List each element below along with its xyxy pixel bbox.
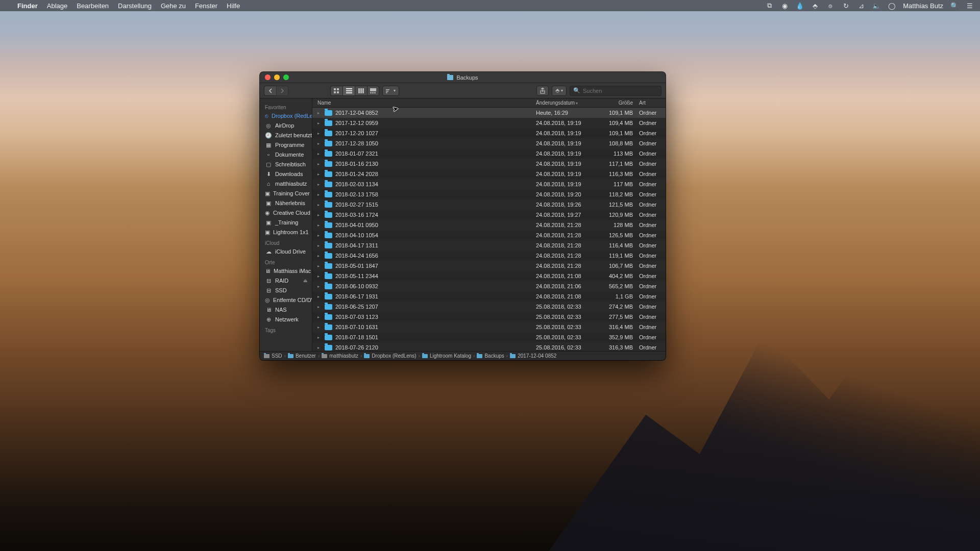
- col-date[interactable]: Änderungsdatum: [533, 100, 599, 106]
- path-segment[interactable]: 2017-12-04 0852: [510, 353, 556, 359]
- disclosure-triangle-icon[interactable]: ▸: [317, 305, 322, 309]
- arrange-button[interactable]: ▾: [382, 86, 399, 96]
- table-row[interactable]: ▸2018-07-26 212025.08.2016, 02:33316,3 M…: [312, 342, 666, 351]
- table-row[interactable]: ▸2018-04-01 095024.08.2018, 21:28128 MBO…: [312, 220, 666, 230]
- table-row[interactable]: ▸2018-07-10 163125.08.2018, 02:33316,4 M…: [312, 322, 666, 332]
- status-drop-icon[interactable]: 💧: [796, 2, 804, 10]
- disclosure-triangle-icon[interactable]: ▸: [317, 284, 322, 289]
- disclosure-triangle-icon[interactable]: ▸: [317, 162, 322, 166]
- view-columns-button[interactable]: [355, 86, 367, 96]
- col-name[interactable]: Name: [312, 100, 519, 106]
- sidebar-item[interactable]: ⊟SSD: [260, 286, 312, 295]
- disclosure-triangle-icon[interactable]: ▸: [317, 223, 322, 228]
- sidebar-item[interactable]: ▦Programme: [260, 140, 312, 150]
- status-user-name[interactable]: Matthias Butz: [903, 2, 943, 10]
- disclosure-triangle-icon[interactable]: ▸: [317, 294, 322, 299]
- table-row[interactable]: ▸2018-04-24 165624.08.2018, 21:28119,1 M…: [312, 251, 666, 261]
- table-row[interactable]: ▸2018-04-17 131124.08.2018, 21:28116,4 M…: [312, 240, 666, 251]
- view-icons-button[interactable]: [330, 86, 342, 96]
- disclosure-triangle-icon[interactable]: ▸: [317, 243, 322, 248]
- disclosure-triangle-icon[interactable]: ▸: [317, 325, 322, 330]
- table-row[interactable]: ▸2018-06-10 093224.08.2018, 21:06565,2 M…: [312, 281, 666, 291]
- sidebar-item[interactable]: ⬇Downloads: [260, 169, 312, 179]
- sidebar-item[interactable]: ⌂matthiasbutz: [260, 179, 312, 189]
- menu-window[interactable]: Fenster: [195, 2, 217, 10]
- eject-icon[interactable]: ⏏: [303, 277, 308, 285]
- nav-forward-button[interactable]: [276, 86, 288, 96]
- sidebar-item[interactable]: ▣Lightroom 1x1: [260, 228, 312, 237]
- table-row[interactable]: ▸2018-02-13 175824.08.2018, 19:20118,2 M…: [312, 189, 666, 199]
- status-spotlight-icon[interactable]: 🔍: [950, 2, 959, 10]
- status-droplet-icon[interactable]: ◉: [780, 2, 789, 10]
- disclosure-triangle-icon[interactable]: ▸: [317, 264, 322, 268]
- sidebar-item[interactable]: ◉Creative Cloud Files: [260, 208, 312, 218]
- table-row[interactable]: ▸2017-12-12 095924.08.2018, 19:19109,4 M…: [312, 118, 666, 128]
- disclosure-triangle-icon[interactable]: ▸: [317, 345, 322, 350]
- minimize-button[interactable]: [274, 74, 280, 80]
- menu-file[interactable]: Ablage: [47, 2, 67, 10]
- table-row[interactable]: ▸2018-06-25 120725.08.2018, 02:33274,2 M…: [312, 302, 666, 312]
- menu-help[interactable]: Hilfe: [227, 2, 240, 10]
- share-button[interactable]: [536, 86, 549, 96]
- table-row[interactable]: ▸2017-12-28 105024.08.2018, 19:19108,8 M…: [312, 138, 666, 148]
- path-segment[interactable]: Benutzer: [288, 353, 316, 359]
- status-timemachine-icon[interactable]: ↻: [842, 2, 850, 10]
- menu-go[interactable]: Gehe zu: [161, 2, 186, 10]
- table-row[interactable]: ▸2017-12-20 102724.08.2018, 19:19109,1 M…: [312, 128, 666, 138]
- disclosure-triangle-icon[interactable]: ▸: [317, 254, 322, 258]
- col-kind[interactable]: Art: [636, 100, 666, 106]
- status-sound-icon[interactable]: 🔈: [872, 2, 880, 10]
- sidebar-item[interactable]: 🕘Zuletzt benutzt: [260, 131, 312, 140]
- disclosure-triangle-icon[interactable]: ▸: [317, 274, 322, 279]
- table-row[interactable]: ▸2018-01-07 232124.08.2018, 19:19113 MBO…: [312, 148, 666, 159]
- table-row[interactable]: ▸2018-02-03 113424.08.2018, 19:19117 MBO…: [312, 179, 666, 189]
- status-wifi-icon[interactable]: ⊿: [857, 2, 865, 10]
- sidebar-item[interactable]: ◎Entfernte CD/DVD: [260, 295, 312, 305]
- search-field[interactable]: 🔍: [570, 86, 662, 96]
- disclosure-triangle-icon[interactable]: ▸: [317, 111, 322, 115]
- path-segment[interactable]: Backups: [477, 353, 504, 359]
- status-screen-icon[interactable]: ⧉: [765, 2, 773, 10]
- path-segment[interactable]: SSD: [264, 353, 282, 359]
- disclosure-triangle-icon[interactable]: ▸: [317, 203, 322, 207]
- view-list-button[interactable]: [342, 86, 355, 96]
- status-notifications-icon[interactable]: ☰: [966, 2, 974, 10]
- table-row[interactable]: ▸2018-01-16 213024.08.2018, 19:19117,1 M…: [312, 159, 666, 169]
- status-cc-icon[interactable]: ⌾: [826, 2, 835, 10]
- disclosure-triangle-icon[interactable]: ▸: [317, 192, 322, 197]
- sidebar-item[interactable]: ◎AirDrop: [260, 121, 312, 131]
- disclosure-triangle-icon[interactable]: ▸: [317, 213, 322, 217]
- sidebar-item[interactable]: ▣_Training: [260, 218, 312, 228]
- path-segment[interactable]: Lightroom Katalog: [422, 353, 471, 359]
- disclosure-triangle-icon[interactable]: ▸: [317, 152, 322, 156]
- sidebar-item[interactable]: ⊟RAID⏏: [260, 276, 312, 286]
- sidebar-item[interactable]: ⊕Netzwerk: [260, 315, 312, 324]
- dropbox-button[interactable]: ⬘▾: [552, 86, 567, 96]
- titlebar[interactable]: Backups: [260, 72, 666, 83]
- table-row[interactable]: ▸2018-03-16 172424.08.2018, 19:27120,9 M…: [312, 210, 666, 220]
- disclosure-triangle-icon[interactable]: ▸: [317, 335, 322, 340]
- path-segment[interactable]: matthiasbutz: [322, 353, 358, 359]
- col-size[interactable]: Größe: [599, 100, 636, 106]
- table-row[interactable]: ▸2018-02-27 151524.08.2018, 19:26121,5 M…: [312, 199, 666, 210]
- view-gallery-button[interactable]: [367, 86, 379, 96]
- disclosure-triangle-icon[interactable]: ▸: [317, 315, 322, 319]
- menu-view[interactable]: Darstellung: [118, 2, 152, 10]
- sidebar-item[interactable]: ▣Näherlebnis: [260, 198, 312, 208]
- sidebar-item[interactable]: ⎋Dropbox (RedLens): [260, 111, 312, 121]
- status-dropbox-icon[interactable]: ⬘: [811, 2, 819, 10]
- table-row[interactable]: ▸2018-05-01 184724.08.2018, 21:28106,7 M…: [312, 261, 666, 271]
- menu-edit[interactable]: Bearbeiten: [77, 2, 109, 10]
- sidebar-item[interactable]: 🖥NAS: [260, 305, 312, 315]
- table-row[interactable]: ▸2018-01-24 202824.08.2018, 19:19116,3 M…: [312, 169, 666, 179]
- app-menu[interactable]: Finder: [17, 2, 38, 10]
- search-input[interactable]: [583, 88, 658, 94]
- disclosure-triangle-icon[interactable]: ▸: [317, 233, 322, 238]
- table-row[interactable]: ▸2018-07-18 150125.08.2018, 02:33352,9 M…: [312, 332, 666, 342]
- table-row[interactable]: ▸2018-06-17 193124.08.2018, 21:081,1 GBO…: [312, 291, 666, 302]
- sidebar-item[interactable]: ▢Schreibtisch: [260, 160, 312, 169]
- disclosure-triangle-icon[interactable]: ▸: [317, 141, 322, 146]
- sidebar-item[interactable]: ☁iCloud Drive: [260, 247, 312, 257]
- table-row[interactable]: ▸2018-07-03 112325.08.2018, 02:33277,5 M…: [312, 312, 666, 322]
- zoom-button[interactable]: [283, 74, 289, 80]
